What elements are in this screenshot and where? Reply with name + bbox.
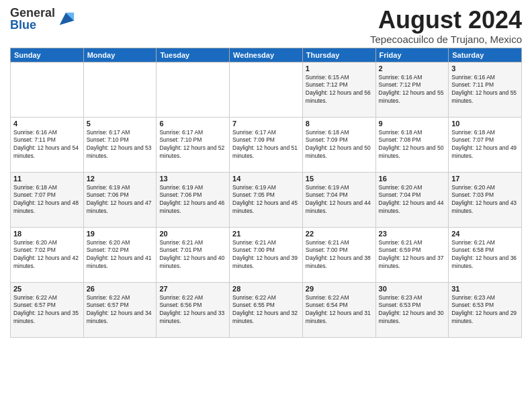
day-number: 1 <box>306 64 373 73</box>
day-cell: 16Sunrise: 6:20 AMSunset: 7:04 PMDayligh… <box>375 172 449 227</box>
day-cell <box>157 62 230 117</box>
day-info: Sunrise: 6:16 AMSunset: 7:11 PMDaylight:… <box>13 129 81 161</box>
day-number: 14 <box>232 175 300 183</box>
logo-general: General <box>10 7 55 19</box>
day-cell: 13Sunrise: 6:19 AMSunset: 7:06 PMDayligh… <box>157 172 230 227</box>
day-number: 18 <box>13 230 81 238</box>
day-number: 10 <box>451 120 519 128</box>
day-cell: 21Sunrise: 6:21 AMSunset: 7:00 PMDayligh… <box>230 227 303 282</box>
day-cell: 15Sunrise: 6:19 AMSunset: 7:04 PMDayligh… <box>302 172 375 227</box>
day-info: Sunrise: 6:18 AMSunset: 7:07 PMDaylight:… <box>451 129 519 161</box>
day-cell: 6Sunrise: 6:17 AMSunset: 7:10 PMDaylight… <box>157 117 230 172</box>
day-number: 19 <box>87 230 154 238</box>
day-number: 24 <box>451 230 519 238</box>
day-cell: 28Sunrise: 6:22 AMSunset: 6:55 PMDayligh… <box>230 282 303 337</box>
day-cell: 25Sunrise: 6:22 AMSunset: 6:57 PMDayligh… <box>11 282 84 337</box>
day-cell: 30Sunrise: 6:23 AMSunset: 6:53 PMDayligh… <box>375 282 449 337</box>
day-number: 6 <box>159 120 226 128</box>
day-info: Sunrise: 6:20 AMSunset: 7:03 PMDaylight:… <box>451 184 519 216</box>
logo-blue: Blue <box>10 19 55 31</box>
week-row-3: 11Sunrise: 6:18 AMSunset: 7:07 PMDayligh… <box>11 172 522 227</box>
day-number: 3 <box>451 64 519 73</box>
week-row-4: 18Sunrise: 6:20 AMSunset: 7:02 PMDayligh… <box>11 227 522 282</box>
day-number: 29 <box>306 285 373 293</box>
day-info: Sunrise: 6:18 AMSunset: 7:09 PMDaylight:… <box>306 129 373 161</box>
day-cell: 3Sunrise: 6:16 AMSunset: 7:11 PMDaylight… <box>449 62 522 117</box>
logo-icon <box>56 9 75 28</box>
day-number: 23 <box>379 230 446 238</box>
day-cell: 11Sunrise: 6:18 AMSunset: 7:07 PMDayligh… <box>11 172 84 227</box>
col-header-monday: Monday <box>83 48 157 62</box>
day-info: Sunrise: 6:21 AMSunset: 6:59 PMDaylight:… <box>379 239 446 271</box>
day-cell <box>230 62 303 117</box>
day-cell: 9Sunrise: 6:18 AMSunset: 7:08 PMDaylight… <box>375 117 449 172</box>
header-row-days: SundayMondayTuesdayWednesdayThursdayFrid… <box>11 48 522 62</box>
day-cell: 5Sunrise: 6:17 AMSunset: 7:10 PMDaylight… <box>83 117 157 172</box>
day-info: Sunrise: 6:19 AMSunset: 7:04 PMDaylight:… <box>306 184 373 216</box>
day-cell: 18Sunrise: 6:20 AMSunset: 7:02 PMDayligh… <box>11 227 84 282</box>
day-info: Sunrise: 6:20 AMSunset: 7:02 PMDaylight:… <box>13 239 81 271</box>
col-header-sunday: Sunday <box>11 48 84 62</box>
day-cell: 29Sunrise: 6:22 AMSunset: 6:54 PMDayligh… <box>302 282 375 337</box>
day-info: Sunrise: 6:20 AMSunset: 7:04 PMDaylight:… <box>379 184 446 216</box>
day-info: Sunrise: 6:19 AMSunset: 7:06 PMDaylight:… <box>159 184 226 216</box>
day-cell: 17Sunrise: 6:20 AMSunset: 7:03 PMDayligh… <box>449 172 522 227</box>
day-cell: 22Sunrise: 6:21 AMSunset: 7:00 PMDayligh… <box>302 227 375 282</box>
day-number: 30 <box>379 285 446 293</box>
day-info: Sunrise: 6:21 AMSunset: 7:01 PMDaylight:… <box>159 239 226 271</box>
day-number: 2 <box>379 64 446 73</box>
day-number: 4 <box>13 120 81 128</box>
day-info: Sunrise: 6:21 AMSunset: 6:58 PMDaylight:… <box>451 239 519 271</box>
day-number: 25 <box>13 285 81 293</box>
day-info: Sunrise: 6:17 AMSunset: 7:10 PMDaylight:… <box>87 129 154 161</box>
day-info: Sunrise: 6:22 AMSunset: 6:56 PMDaylight:… <box>159 294 226 326</box>
day-info: Sunrise: 6:16 AMSunset: 7:11 PMDaylight:… <box>451 74 519 106</box>
week-row-2: 4Sunrise: 6:16 AMSunset: 7:11 PMDaylight… <box>11 117 522 172</box>
day-info: Sunrise: 6:16 AMSunset: 7:12 PMDaylight:… <box>379 74 446 106</box>
day-info: Sunrise: 6:19 AMSunset: 7:05 PMDaylight:… <box>232 184 300 216</box>
day-number: 22 <box>306 230 373 238</box>
day-info: Sunrise: 6:19 AMSunset: 7:06 PMDaylight:… <box>87 184 154 216</box>
day-cell <box>83 62 157 117</box>
day-info: Sunrise: 6:15 AMSunset: 7:12 PMDaylight:… <box>306 74 373 106</box>
col-header-saturday: Saturday <box>449 48 522 62</box>
day-info: Sunrise: 6:22 AMSunset: 6:55 PMDaylight:… <box>232 294 300 326</box>
day-cell: 14Sunrise: 6:19 AMSunset: 7:05 PMDayligh… <box>230 172 303 227</box>
day-info: Sunrise: 6:17 AMSunset: 7:09 PMDaylight:… <box>232 129 300 161</box>
day-number: 5 <box>87 120 154 128</box>
day-number: 7 <box>232 120 300 128</box>
day-cell: 4Sunrise: 6:16 AMSunset: 7:11 PMDaylight… <box>11 117 84 172</box>
day-number: 11 <box>13 175 81 183</box>
day-number: 8 <box>306 120 373 128</box>
calendar-container: General Blue August 2024 Tepecoacuilco d… <box>0 0 532 411</box>
day-cell: 24Sunrise: 6:21 AMSunset: 6:58 PMDayligh… <box>449 227 522 282</box>
col-header-tuesday: Tuesday <box>157 48 230 62</box>
day-number: 12 <box>87 175 154 183</box>
day-cell: 26Sunrise: 6:22 AMSunset: 6:57 PMDayligh… <box>83 282 157 337</box>
day-number: 17 <box>451 175 519 183</box>
day-cell: 10Sunrise: 6:18 AMSunset: 7:07 PMDayligh… <box>449 117 522 172</box>
day-info: Sunrise: 6:20 AMSunset: 7:02 PMDaylight:… <box>87 239 154 271</box>
day-number: 21 <box>232 230 300 238</box>
day-info: Sunrise: 6:22 AMSunset: 6:54 PMDaylight:… <box>306 294 373 326</box>
day-cell: 1Sunrise: 6:15 AMSunset: 7:12 PMDaylight… <box>302 62 375 117</box>
month-title: August 2024 <box>370 7 522 34</box>
col-header-thursday: Thursday <box>302 48 375 62</box>
col-header-wednesday: Wednesday <box>230 48 303 62</box>
day-cell: 19Sunrise: 6:20 AMSunset: 7:02 PMDayligh… <box>83 227 157 282</box>
header-row: General Blue August 2024 Tepecoacuilco d… <box>10 7 522 45</box>
day-number: 26 <box>87 285 154 293</box>
day-info: Sunrise: 6:21 AMSunset: 7:00 PMDaylight:… <box>306 239 373 271</box>
calendar-table: SundayMondayTuesdayWednesdayThursdayFrid… <box>10 48 522 338</box>
day-info: Sunrise: 6:22 AMSunset: 6:57 PMDaylight:… <box>87 294 154 326</box>
day-number: 15 <box>306 175 373 183</box>
col-header-friday: Friday <box>375 48 449 62</box>
location: Tepecoacuilco de Trujano, Mexico <box>370 34 522 45</box>
day-info: Sunrise: 6:18 AMSunset: 7:08 PMDaylight:… <box>379 129 446 161</box>
week-row-5: 25Sunrise: 6:22 AMSunset: 6:57 PMDayligh… <box>11 282 522 337</box>
logo: General Blue <box>10 7 75 31</box>
day-cell: 12Sunrise: 6:19 AMSunset: 7:06 PMDayligh… <box>83 172 157 227</box>
day-cell <box>11 62 84 117</box>
day-cell: 23Sunrise: 6:21 AMSunset: 6:59 PMDayligh… <box>375 227 449 282</box>
day-cell: 31Sunrise: 6:23 AMSunset: 6:53 PMDayligh… <box>449 282 522 337</box>
